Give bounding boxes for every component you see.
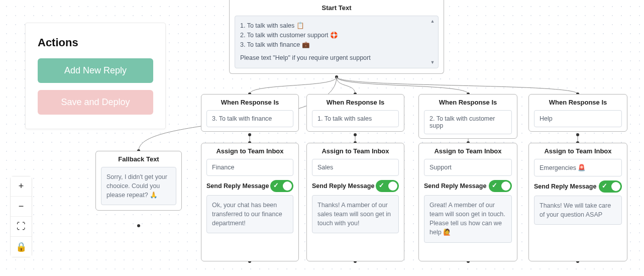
send-reply-label: Send Reply Message — [424, 182, 486, 190]
response-value-input[interactable]: 1. To talk with sales — [312, 110, 399, 127]
save-and-deploy-button[interactable]: Save and Deploy — [38, 90, 153, 115]
fullscreen-button[interactable]: ⛶ — [11, 217, 32, 237]
send-reply-label: Send Reply Message — [206, 182, 269, 190]
send-reply-toggle[interactable]: ✓ — [489, 180, 512, 192]
team-input[interactable]: Finance — [206, 159, 293, 176]
reply-message[interactable]: Ok, your chat has been transferred to ou… — [206, 195, 293, 233]
start-text-title: Start Text — [230, 0, 444, 14]
response-value-input[interactable]: Help — [534, 110, 622, 127]
assign-title: Assign to Team Inbox — [529, 143, 627, 157]
response-title: When Response Is — [201, 95, 298, 108]
assign-title: Assign to Team Inbox — [307, 143, 404, 157]
response-node-finance[interactable]: When Response Is 3. To talk with finance — [201, 94, 299, 132]
response-value-input[interactable]: 3. To talk with finance — [206, 110, 293, 127]
response-value-input[interactable]: 2. To talk with customer supp — [424, 110, 512, 134]
send-reply-label: Send Reply Message — [534, 183, 596, 190]
response-title: When Response Is — [529, 95, 627, 108]
canvas-toolbox: + − ⛶ 🔒 — [10, 176, 32, 257]
scrollbar[interactable]: ▲▼ — [429, 18, 436, 66]
start-text-node[interactable]: Start Text 1. To talk with sales 📋 2. To… — [229, 0, 444, 74]
start-text-line: Please text "Help" if you require urgent… — [240, 53, 424, 63]
zoom-out-button[interactable]: − — [11, 197, 32, 217]
response-node-support[interactable]: When Response Is 2. To talk with custome… — [418, 94, 517, 139]
assign-title: Assign to Team Inbox — [419, 143, 517, 157]
team-input[interactable]: Emergencies 🚨 — [534, 159, 622, 176]
reply-message[interactable]: Thanks! We will take care of your questi… — [534, 196, 622, 225]
start-text-line: 1. To talk with sales 📋 — [240, 21, 424, 31]
team-input[interactable]: Support — [424, 159, 512, 176]
assign-title: Assign to Team Inbox — [201, 143, 298, 157]
reply-message[interactable]: Great! A member of our team will soon ge… — [424, 195, 512, 243]
assign-node-emergencies[interactable]: Assign to Team Inbox Emergencies 🚨 Send … — [528, 143, 627, 261]
send-reply-toggle[interactable]: ✓ — [599, 180, 622, 193]
assign-node-support[interactable]: Assign to Team Inbox Support Send Reply … — [418, 143, 517, 261]
response-node-sales[interactable]: When Response Is 1. To talk with sales — [306, 94, 404, 132]
send-reply-toggle[interactable]: ✓ — [270, 180, 293, 192]
assign-node-sales[interactable]: Assign to Team Inbox Sales Send Reply Me… — [306, 143, 404, 261]
response-title: When Response Is — [307, 95, 404, 108]
actions-title: Actions — [38, 36, 153, 49]
start-text-line: 2. To talk with customer support 🛟 — [240, 31, 424, 40]
add-new-reply-button[interactable]: Add New Reply — [38, 58, 153, 83]
assign-node-finance[interactable]: Assign to Team Inbox Finance Send Reply … — [201, 143, 299, 261]
response-title: When Response Is — [419, 95, 517, 108]
team-input[interactable]: Sales — [312, 159, 399, 176]
actions-panel: Actions Add New Reply Save and Deploy — [25, 23, 166, 129]
start-text-textarea[interactable]: 1. To talk with sales 📋 2. To talk with … — [235, 16, 439, 68]
send-reply-label: Send Reply Message — [312, 182, 374, 190]
send-reply-toggle[interactable]: ✓ — [376, 180, 399, 192]
fallback-node[interactable]: Fallback Text Sorry, I didn't get your c… — [95, 151, 182, 211]
fallback-text[interactable]: Sorry, I didn't get your chooice. Could … — [101, 167, 176, 205]
reply-message[interactable]: Thanks! A mamber of our sales team will … — [312, 195, 399, 233]
zoom-in-button[interactable]: + — [11, 176, 32, 197]
fallback-title: Fallback Text — [96, 151, 181, 165]
lock-button[interactable]: 🔒 — [11, 237, 32, 257]
start-text-line: 3. To talk with finance 💼 — [240, 40, 424, 50]
response-node-help[interactable]: When Response Is Help — [528, 94, 627, 132]
